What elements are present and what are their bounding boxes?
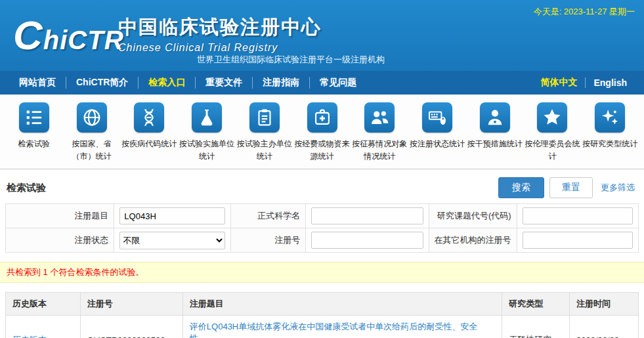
- toolbar-item-label: 按国家、省（市）统计: [63, 138, 121, 163]
- toolbar-item-by-ethics-committee[interactable]: 按伦理委员会统计: [524, 102, 582, 163]
- chictr-logo[interactable]: ChiCTR: [13, 12, 124, 58]
- toolbar-item-label: 按伦理委员会统计: [524, 138, 582, 163]
- toolbar-item-by-registration-status[interactable]: 按注册状态统计: [408, 102, 466, 163]
- dna-icon: [134, 102, 164, 133]
- people-icon: [364, 102, 395, 133]
- toolbar-item-by-funding-source[interactable]: 按经费或物资来源统计: [293, 102, 351, 163]
- toolbar-item-label: 按试验主办单位统计: [236, 138, 293, 163]
- scientific-name-input[interactable]: [311, 207, 423, 224]
- globe-icon: [77, 102, 107, 133]
- site-title-en: Chinese Clinical Trial Registry: [118, 42, 322, 54]
- statistics-toolbar: 检索试验 按国家、省（市）统计 按疾病代码统计 按试验实施单位统计 按试验主办单…: [0, 95, 644, 169]
- nav-item-search-entry[interactable]: 检索入口: [138, 77, 195, 89]
- medkit-icon: [307, 102, 337, 133]
- reg-number-label: 注册号: [230, 228, 305, 253]
- toolbar-item-by-country[interactable]: 按国家、省（市）统计: [63, 102, 121, 163]
- today-date: 今天是: 2023-11-27 星期一: [534, 6, 635, 18]
- other-reg-input[interactable]: [523, 232, 633, 249]
- toolbar-item-by-disease-code[interactable]: 按疾病代码统计: [120, 102, 178, 163]
- scientific-name-label: 正式科学名: [230, 204, 305, 228]
- flask-icon: [192, 102, 222, 133]
- site-title-cn: 中国临床试验注册中心: [118, 14, 322, 41]
- nav-item-about[interactable]: ChiCTR简介: [66, 77, 138, 89]
- clipboard-icon: [249, 102, 280, 133]
- site-title-block: 中国临床试验注册中心 Chinese Clinical Trial Regist…: [118, 14, 322, 54]
- language-switcher: 简体中文 English: [532, 77, 635, 89]
- col-reg-title: 注册题目: [182, 293, 502, 316]
- lang-simplified-chinese[interactable]: 简体中文: [532, 77, 585, 89]
- nav-item-home[interactable]: 网站首页: [9, 77, 66, 89]
- toolbar-item-by-intervention[interactable]: 按干预措施统计: [466, 102, 524, 163]
- reg-title-input[interactable]: [119, 207, 225, 224]
- reg-status-select[interactable]: 不限: [119, 232, 225, 249]
- search-section-header: 检索试验 搜索 重置 更多筛选: [0, 169, 644, 203]
- project-code-label: 研究课题代号(代码): [429, 204, 517, 228]
- toolbar-item-by-study-type[interactable]: 按研究类型统计: [581, 102, 639, 163]
- reset-button[interactable]: 重置: [549, 177, 593, 198]
- keyboard-mouse-icon: [422, 102, 452, 133]
- toolbar-item-label: 按疾病代码统计: [120, 138, 178, 150]
- results-header-row: 历史版本 注册号 注册题目 研究类型 注册时间: [6, 293, 639, 316]
- toolbar-item-label: 按研究类型统计: [581, 138, 639, 150]
- search-section-title: 检索试验: [7, 182, 46, 194]
- toolbar-item-label: 按经费或物资来源统计: [293, 138, 351, 163]
- trial-title-link[interactable]: 评价LQ043H单域抗体雾化液在中国健康受试者中单次给药后的耐受性、安全性、..…: [190, 321, 495, 338]
- reg-number-input[interactable]: [311, 232, 423, 249]
- toolbar-item-label: 检索试验: [5, 138, 63, 150]
- nav-item-guide[interactable]: 注册指南: [252, 77, 309, 89]
- toolbar-item-by-implementing-unit[interactable]: 按试验实施单位统计: [178, 102, 236, 163]
- table-row: 历史版本 ChiCTR2300069500 评价LQ043H单域抗体雾化液在中国…: [6, 316, 639, 338]
- toolbar-item-by-sponsor-unit[interactable]: 按试验主办单位统计: [236, 102, 293, 163]
- toolbar-item-by-recruitment-status[interactable]: 按征募情况对象情况统计: [351, 102, 408, 163]
- site-subtitle: 世界卫生组织国际临床试验注册平台一级注册机构: [197, 54, 385, 66]
- toolbar-item-search-trials[interactable]: 检索试验: [5, 102, 63, 163]
- search-form: 注册题目 正式科学名 研究课题代号(代码) 注册状态 不限 注册号 在其它机构的…: [5, 203, 639, 253]
- star-icon: [537, 102, 567, 133]
- col-study-type: 研究类型: [502, 293, 570, 316]
- nav-items: 网站首页 ChiCTR简介 检索入口 重要文件 注册指南 常见问题: [9, 77, 366, 89]
- reg-status-label: 注册状态: [6, 228, 114, 253]
- nav-item-faq[interactable]: 常见问题: [309, 77, 366, 89]
- search-actions: 搜索 重置 更多筛选: [498, 177, 637, 198]
- reg-title-label: 注册题目: [6, 204, 114, 228]
- study-type-cell: 干预性研究: [502, 316, 570, 338]
- result-count-notice: 共检索到 1 个符合检索条件的试验。: [0, 262, 644, 283]
- toolbar-item-label: 按征募情况对象情况统计: [351, 138, 408, 163]
- toolbar-item-label: 按注册状态统计: [408, 138, 466, 150]
- col-reg-number: 注册号: [80, 293, 182, 316]
- other-reg-label: 在其它机构的注册号: [429, 228, 517, 253]
- list-123-icon: [19, 102, 49, 133]
- reg-number-cell: ChiCTR2300069500: [80, 316, 182, 338]
- history-version-link[interactable]: 历史版本: [12, 335, 47, 338]
- results-table: 历史版本 注册号 注册题目 研究类型 注册时间 历史版本 ChiCTR23000…: [5, 292, 639, 338]
- project-code-input[interactable]: [523, 207, 633, 224]
- nav-item-documents[interactable]: 重要文件: [195, 77, 252, 89]
- reg-date-cell: 2023/03/20: [570, 316, 639, 338]
- main-nav: 网站首页 ChiCTR简介 检索入口 重要文件 注册指南 常见问题 简体中文 E…: [0, 71, 644, 95]
- toolbar-item-label: 按干预措施统计: [466, 138, 524, 150]
- site-header: 今天是: 2023-11-27 星期一 ChiCTR 中国临床试验注册中心 Ch…: [0, 0, 644, 71]
- sparkles-icon: [595, 102, 625, 133]
- col-reg-date: 注册时间: [570, 293, 639, 316]
- search-button[interactable]: 搜索: [498, 177, 544, 198]
- more-filters-link[interactable]: 更多筛选: [598, 182, 637, 194]
- doctor-icon: [480, 102, 510, 133]
- col-history-version: 历史版本: [6, 293, 81, 316]
- lang-english[interactable]: English: [585, 77, 635, 88]
- toolbar-item-label: 按试验实施单位统计: [178, 138, 236, 163]
